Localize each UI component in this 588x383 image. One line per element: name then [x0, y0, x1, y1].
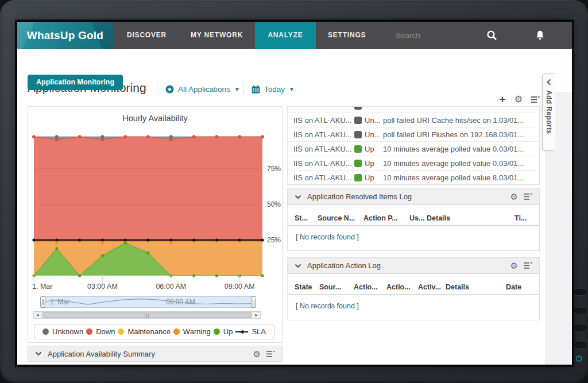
- navigator-left-label: 1. Mar: [50, 298, 69, 306]
- application-availability-summary-header[interactable]: Application Availability Summary ⚙: [28, 346, 283, 362]
- legend-item-sla[interactable]: SLA: [235, 327, 266, 336]
- state-log-row[interactable]: [288, 106, 539, 113]
- gear-icon[interactable]: ⚙: [510, 261, 518, 270]
- power-icon: [575, 355, 582, 362]
- gear-icon[interactable]: ⚙: [514, 95, 523, 104]
- screen: WhatsUp Gold DISCOVER MY NETWORK ANALYZE…: [17, 22, 572, 365]
- resolved-log-columns: St... Source N... Action P... Us... Deta…: [288, 211, 539, 226]
- status-badge: [354, 131, 362, 138]
- maintenance-dot-icon: [118, 328, 124, 335]
- svg-text:75%: 75%: [267, 165, 281, 173]
- chart-horizontal-scrollbar[interactable]: ◄ ||| ►: [33, 311, 261, 319]
- navigator-center-label: 06:00 AM: [166, 298, 195, 306]
- section-title: Application Action Log: [307, 261, 505, 270]
- scrollbar-thumb[interactable]: |||: [42, 312, 252, 318]
- action-log-header[interactable]: Application Action Log ⚙: [288, 258, 539, 274]
- tab-application-monitoring[interactable]: Application Monitoring: [28, 75, 123, 90]
- unknown-dot-icon: [42, 328, 49, 335]
- dashboard-toolbar: + ⚙: [492, 93, 540, 106]
- section-title: Application Resolved Items Log: [307, 192, 505, 201]
- navigator-left-handle[interactable]: [40, 296, 45, 308]
- brand-logo[interactable]: WhatsUp Gold: [17, 22, 113, 49]
- navigator-right-handle[interactable]: [251, 296, 256, 308]
- nav-item-settings[interactable]: SETTINGS: [328, 22, 366, 49]
- state-log-row[interactable]: IIS on ATL-AKU... Up 10 minutes average …: [288, 171, 539, 185]
- application-state-log-panel: IIS on ATL-AKU... Un... poll failed URI …: [287, 106, 540, 185]
- monitor-button-3: [574, 325, 586, 331]
- legend-item-unknown[interactable]: Unknown: [42, 327, 83, 336]
- chevron-left-icon: [546, 79, 552, 86]
- up-dot-icon: [214, 328, 220, 335]
- nav-item-discover[interactable]: DISCOVER: [127, 22, 167, 49]
- state-log-row[interactable]: IIS on ATL-AKU... Up 10 minutes average …: [288, 142, 539, 156]
- application-filter-value: All Applications: [178, 85, 230, 94]
- state-log-rows: IIS on ATL-AKU... Un... poll failed URI …: [288, 106, 539, 185]
- nav-item-my-network[interactable]: MY NETWORK: [191, 22, 243, 49]
- state-log-row[interactable]: IIS on ATL-AKU... Up 10 minutes average …: [288, 156, 539, 171]
- application-action-log-panel: Application Action Log ⚙ State Sour... A…: [287, 257, 540, 320]
- brand-logo-text: WhatsUp Gold: [27, 29, 103, 41]
- status-badge: [354, 160, 362, 167]
- chart-title: Hourly Availability: [28, 114, 282, 123]
- add-reports-tab[interactable]: Add Reports: [542, 73, 555, 150]
- state-log-row[interactable]: IIS on ATL-AKU... Un... poll failed URI …: [288, 113, 539, 127]
- svg-text:06:00 AM: 06:00 AM: [156, 283, 186, 291]
- applications-globe-icon: [165, 85, 174, 94]
- hourly-availability-panel: Hourly Availability 1. Mar03:00 AM06:00 …: [28, 106, 283, 343]
- legend-item-down[interactable]: Down: [86, 327, 115, 336]
- top-navigation: WhatsUp Gold DISCOVER MY NETWORK ANALYZE…: [17, 22, 572, 49]
- add-icon[interactable]: +: [500, 94, 506, 105]
- action-log-columns: State Sour... Actio... Actio... Activ...…: [288, 280, 539, 295]
- scroll-right-icon[interactable]: ►: [253, 312, 260, 318]
- header-divider: [243, 82, 243, 95]
- state-log-row[interactable]: IIS on ATL-AKU... Un... poll failed URI …: [288, 127, 539, 142]
- svg-text:25%: 25%: [267, 236, 281, 244]
- legend-item-up[interactable]: Up: [214, 327, 233, 336]
- warning-dot-icon: [173, 328, 180, 335]
- header-divider: [157, 82, 157, 95]
- status-badge: [354, 145, 362, 153]
- gear-icon[interactable]: ⚙: [510, 192, 518, 201]
- menu-icon[interactable]: [531, 96, 540, 103]
- date-filter-dropdown[interactable]: Today ▼: [252, 83, 295, 95]
- status-badge: [354, 174, 362, 181]
- sla-line-icon: [235, 329, 248, 335]
- legend-item-maintenance[interactable]: Maintenance: [118, 327, 170, 336]
- navigator-trend-line: [44, 297, 252, 307]
- svg-text:09:00 AM: 09:00 AM: [225, 283, 255, 291]
- status-badge: [354, 117, 362, 124]
- menu-icon[interactable]: [524, 262, 532, 269]
- application-filter-dropdown[interactable]: All Applications ▼: [165, 83, 240, 95]
- monitor-button-1: [574, 289, 586, 295]
- down-dot-icon: [86, 328, 92, 335]
- chevron-down-icon[interactable]: [35, 351, 42, 356]
- nav-item-analyze[interactable]: ANALYZE: [255, 22, 316, 49]
- monitor-button-2: [574, 308, 586, 314]
- notifications-bell-icon[interactable]: [536, 30, 544, 41]
- menu-icon[interactable]: [266, 350, 275, 358]
- chevron-down-icon[interactable]: [295, 195, 301, 199]
- chevron-down-icon[interactable]: [295, 264, 301, 268]
- search-icon[interactable]: [486, 30, 497, 41]
- chevron-down-icon: ▼: [234, 86, 240, 92]
- no-records-text: [ No records found ]: [288, 295, 539, 318]
- section-title: Application Availability Summary: [48, 350, 247, 358]
- monitor-button-4: [574, 342, 586, 348]
- resolved-log-header[interactable]: Application Resolved Items Log ⚙: [288, 189, 539, 205]
- status-badge: [354, 106, 362, 110]
- legend-item-warning[interactable]: Warning: [173, 327, 211, 336]
- gear-icon[interactable]: ⚙: [253, 350, 261, 358]
- scroll-left-icon[interactable]: ◄: [34, 312, 41, 318]
- navigator-strip[interactable]: 1. Mar 06:00 AM: [44, 296, 253, 308]
- application-resolved-items-log-panel: Application Resolved Items Log ⚙ St... S…: [287, 188, 540, 251]
- search-input[interactable]: Search: [396, 22, 420, 49]
- chart-legend: Unknown Down Maintenance Warning Up: [34, 324, 274, 339]
- date-filter-value: Today: [264, 85, 285, 94]
- chart-range-navigator[interactable]: 1. Mar 06:00 AM: [40, 296, 256, 308]
- add-reports-label: Add Reports: [545, 90, 553, 134]
- calendar-icon: [252, 85, 260, 94]
- hourly-availability-chart: 1. Mar03:00 AM06:00 AM09:00 AM25%50%75%: [28, 125, 282, 295]
- svg-text:03:00 AM: 03:00 AM: [87, 283, 118, 291]
- svg-text:50%: 50%: [267, 200, 281, 208]
- menu-icon[interactable]: [524, 193, 532, 200]
